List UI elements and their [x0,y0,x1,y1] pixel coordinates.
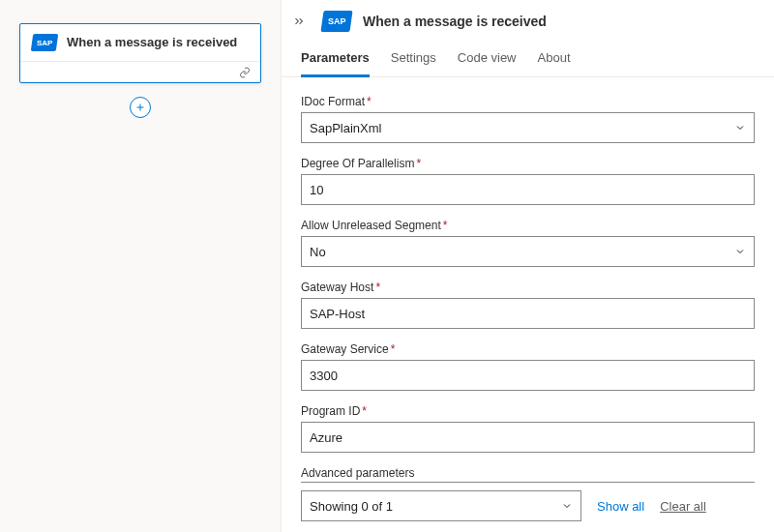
label-gateway-host: Gateway Host* [301,281,755,294]
input-gateway-host[interactable] [301,298,755,329]
clear-all-link[interactable]: Clear all [660,499,706,514]
label-allow-unreleased: Allow Unreleased Segment* [301,219,755,232]
field-gateway-host: Gateway Host* [301,281,755,329]
node-footer [20,61,260,82]
field-program-id: Program ID* [301,404,755,453]
chevron-down-icon [734,122,746,133]
select-value: SapPlainXml [310,121,381,135]
tab-settings[interactable]: Settings [391,43,436,77]
chevron-down-icon [561,500,573,512]
tab-about[interactable]: About [538,43,571,77]
field-allow-unreleased: Allow Unreleased Segment* No [301,219,755,267]
advanced-parameters-row: Showing 0 of 1 Show all Clear all [301,490,755,521]
designer-canvas: SAP When a message is received [0,0,281,532]
node-header: SAP When a message is received [20,24,260,61]
panel-tabs: Parameters Settings Code view About [282,43,774,77]
field-idoc-format: IDoc Format* SapPlainXml [301,95,755,143]
node-title: When a message is received [67,35,237,51]
input-program-id[interactable] [301,422,755,453]
details-panel: SAP When a message is received Parameter… [281,0,774,532]
label-idoc-format: IDoc Format* [301,95,755,108]
plus-icon [134,102,146,113]
show-all-link[interactable]: Show all [597,499,644,514]
collapse-panel-button[interactable] [287,10,311,33]
add-step-button[interactable] [130,97,151,118]
panel-title: When a message is received [363,14,547,29]
advanced-parameters-heading: Advanced parameters [301,466,755,483]
panel-header: SAP When a message is received [282,0,774,43]
chevron-down-icon [734,246,746,257]
select-value: Showing 0 of 1 [310,499,393,514]
sap-icon: SAP [320,11,352,32]
input-gateway-service[interactable] [301,360,755,391]
field-gateway-service: Gateway Service* [301,342,755,391]
select-allow-unreleased[interactable]: No [301,236,755,267]
connection-icon [239,67,251,78]
select-value: No [310,245,326,259]
select-advanced-parameters[interactable]: Showing 0 of 1 [301,490,581,521]
field-parallelism: Degree Of Parallelism* [301,157,755,205]
trigger-node[interactable]: SAP When a message is received [19,23,261,83]
label-parallelism: Degree Of Parallelism* [301,157,755,170]
chevron-double-right-icon [292,15,306,28]
tab-parameters[interactable]: Parameters [301,43,370,77]
select-idoc-format[interactable]: SapPlainXml [301,112,755,143]
sap-icon: SAP [31,34,59,51]
parameters-body: IDoc Format* SapPlainXml Degree Of Paral… [282,77,774,532]
tab-code-view[interactable]: Code view [458,43,517,77]
label-program-id: Program ID* [301,404,755,418]
input-parallelism[interactable] [301,174,755,205]
label-gateway-service: Gateway Service* [301,342,755,356]
